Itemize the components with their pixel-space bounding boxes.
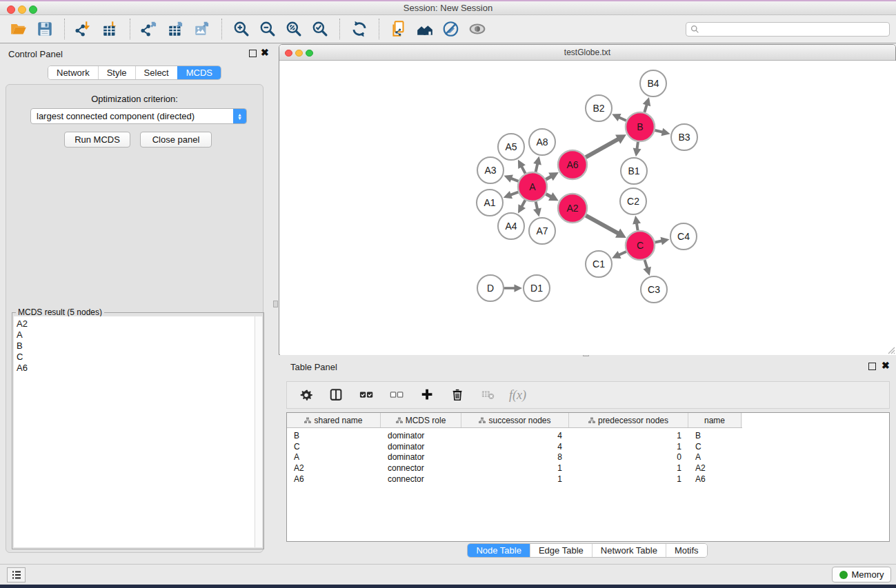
- vertical-splitter-grip[interactable]: [273, 301, 278, 307]
- graph-node-A4[interactable]: A4: [498, 213, 524, 239]
- refresh-view-button[interactable]: [346, 17, 372, 41]
- table-row-B[interactable]: Bdominator41B: [287, 430, 889, 441]
- mcds-result-item[interactable]: A: [14, 330, 262, 341]
- cell-name[interactable]: A2: [688, 463, 741, 473]
- graph-node-A8[interactable]: A8: [529, 129, 555, 155]
- graph-node-D1[interactable]: D1: [524, 275, 550, 301]
- cell-shared-name[interactable]: A6: [287, 474, 381, 484]
- cell-shared-name[interactable]: C: [287, 442, 381, 452]
- graph-node-A[interactable]: A: [518, 172, 547, 201]
- table-row-C[interactable]: Cdominator41C: [287, 441, 889, 452]
- cell-MCDS-role[interactable]: connector: [381, 474, 461, 484]
- zoom-out-button[interactable]: [255, 17, 281, 41]
- column-header-name[interactable]: name: [688, 413, 741, 427]
- cell-predecessor-nodes[interactable]: 1: [569, 474, 688, 484]
- cell-shared-name[interactable]: A: [287, 452, 381, 462]
- cell-successor-nodes[interactable]: 8: [461, 452, 569, 462]
- graph-node-B[interactable]: B: [626, 112, 655, 141]
- tab-edge-table[interactable]: Edge Table: [530, 544, 592, 557]
- table-close-icon[interactable]: ✖: [882, 361, 890, 370]
- delete-column-button[interactable]: [448, 385, 468, 405]
- close-panel-button[interactable]: Close panel: [140, 132, 212, 148]
- cell-predecessor-nodes[interactable]: 0: [569, 452, 688, 462]
- open-session-button[interactable]: [6, 17, 32, 41]
- graph-node-A6[interactable]: A6: [558, 150, 587, 179]
- graph-node-A7[interactable]: A7: [529, 218, 555, 244]
- table-row-A2[interactable]: A2connector11A2: [287, 463, 889, 474]
- import-table-button[interactable]: [97, 17, 123, 41]
- function-builder-button[interactable]: f(x): [509, 388, 526, 403]
- cell-MCDS-role[interactable]: dominator: [381, 442, 461, 452]
- search-box[interactable]: [686, 22, 890, 37]
- graph-node-B3[interactable]: B3: [671, 124, 697, 150]
- mcds-result-item[interactable]: C: [14, 352, 262, 363]
- cell-shared-name[interactable]: A2: [287, 463, 381, 473]
- cell-name[interactable]: A: [688, 452, 741, 462]
- add-column-button[interactable]: [418, 385, 437, 405]
- cell-predecessor-nodes[interactable]: 1: [569, 442, 688, 452]
- graph-node-A2[interactable]: A2: [558, 194, 587, 223]
- hide-labels-button[interactable]: [438, 17, 464, 41]
- tab-network-table[interactable]: Network Table: [592, 544, 666, 557]
- tab-mcds[interactable]: MCDS: [177, 66, 221, 79]
- cell-successor-nodes[interactable]: 4: [461, 431, 569, 440]
- cell-successor-nodes[interactable]: 4: [461, 442, 569, 452]
- table-float-icon[interactable]: [868, 363, 876, 370]
- cell-MCDS-role[interactable]: dominator: [381, 452, 461, 462]
- graph-node-C2[interactable]: C2: [620, 188, 646, 214]
- tab-network[interactable]: Network: [48, 66, 98, 79]
- cell-name[interactable]: B: [688, 431, 741, 440]
- run-mcds-button[interactable]: Run MCDS: [64, 132, 130, 148]
- mcds-result-item[interactable]: A2: [14, 318, 262, 330]
- cell-successor-nodes[interactable]: 1: [461, 474, 569, 484]
- table-mode-gear-button[interactable]: [297, 385, 316, 405]
- tab-node-table[interactable]: Node Table: [468, 544, 530, 557]
- graph-node-D[interactable]: D: [477, 275, 504, 301]
- graph-node-A1[interactable]: A1: [477, 190, 503, 216]
- import-network-button[interactable]: [71, 17, 97, 41]
- column-header-MCDS-role[interactable]: MCDS role: [381, 413, 461, 427]
- show-graphics-details-button[interactable]: [464, 17, 490, 41]
- search-input[interactable]: [699, 24, 885, 35]
- table-row-A6[interactable]: A6connector11A6: [287, 474, 889, 485]
- float-panel-icon[interactable]: [249, 50, 257, 57]
- graph-node-C[interactable]: C: [626, 231, 655, 260]
- export-table-button[interactable]: [163, 17, 189, 41]
- export-network-button[interactable]: [137, 17, 163, 41]
- criterion-dropdown[interactable]: largest connected component (directed) ▲…: [30, 108, 247, 124]
- mcds-result-item[interactable]: A6: [14, 363, 262, 374]
- tab-select[interactable]: Select: [135, 66, 177, 79]
- export-image-button[interactable]: [189, 17, 215, 41]
- graph-node-A5[interactable]: A5: [498, 134, 524, 160]
- cell-successor-nodes[interactable]: 1: [461, 463, 569, 473]
- select-all-rows-button[interactable]: [357, 385, 377, 405]
- cell-MCDS-role[interactable]: connector: [381, 463, 461, 473]
- cell-name[interactable]: C: [688, 442, 741, 452]
- tab-motifs[interactable]: Motifs: [666, 544, 707, 557]
- result-list-scrollbar[interactable]: [255, 316, 262, 547]
- mcds-result-item[interactable]: B: [14, 341, 262, 352]
- zoom-in-button[interactable]: [228, 17, 255, 41]
- column-header-successor-nodes[interactable]: successor nodes: [461, 413, 569, 427]
- first-neighbors-button[interactable]: [412, 17, 438, 41]
- cell-predecessor-nodes[interactable]: 1: [569, 463, 688, 473]
- cell-shared-name[interactable]: B: [287, 431, 381, 440]
- table-row-A[interactable]: Adominator80A: [287, 452, 889, 463]
- graph-node-B4[interactable]: B4: [640, 70, 666, 97]
- zoom-selected-button[interactable]: [307, 17, 333, 41]
- graph-node-B1[interactable]: B1: [621, 158, 647, 184]
- zoom-fit-button[interactable]: [281, 17, 307, 41]
- clone-network-button[interactable]: [386, 17, 412, 41]
- graph-node-C3[interactable]: C3: [641, 276, 667, 303]
- column-visibility-button[interactable]: [327, 385, 346, 405]
- cell-MCDS-role[interactable]: dominator: [381, 431, 461, 440]
- cell-name[interactable]: A6: [688, 474, 741, 484]
- close-panel-icon[interactable]: ✖: [261, 48, 269, 57]
- graph-node-A3[interactable]: A3: [477, 157, 504, 183]
- deselect-all-rows-button[interactable]: [388, 385, 407, 405]
- resize-grip-icon[interactable]: [886, 345, 895, 354]
- network-canvas[interactable]: AA1A2A3A4A5A6A7A8BB1B2B3B4CC1C2C3C4DD1: [280, 61, 896, 355]
- task-history-button[interactable]: [7, 567, 26, 582]
- delete-table-button[interactable]: [479, 385, 498, 405]
- memory-button[interactable]: Memory: [832, 567, 891, 582]
